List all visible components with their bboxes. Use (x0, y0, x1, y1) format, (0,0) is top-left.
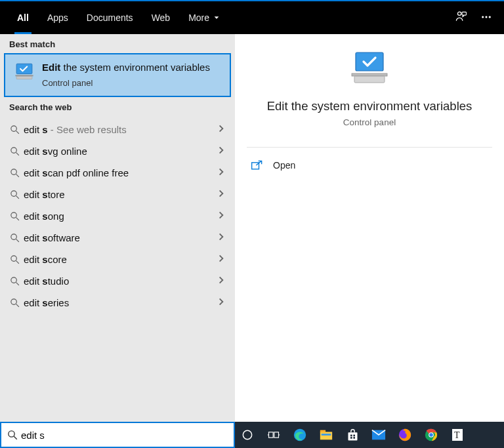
edge-icon[interactable] (293, 428, 307, 442)
chevron-right-icon (217, 254, 226, 265)
text-cursor-icon[interactable]: T (450, 428, 465, 442)
chevron-right-icon (217, 189, 226, 200)
svg-rect-44 (350, 437, 352, 439)
search-icon (9, 297, 24, 308)
web-suggestion[interactable]: edit song (0, 205, 235, 227)
search-icon (9, 167, 24, 178)
chevron-right-icon (217, 124, 226, 135)
preview-pane: Edit the system environment variables Co… (235, 34, 504, 422)
svg-rect-42 (350, 434, 352, 436)
suggestion-text: edit svg online (24, 146, 217, 157)
file-explorer-icon[interactable] (319, 428, 333, 442)
svg-line-17 (16, 217, 19, 220)
chevron-right-icon (217, 167, 226, 178)
search-icon (9, 211, 24, 222)
svg-point-30 (9, 431, 14, 437)
svg-rect-27 (352, 73, 387, 76)
svg-rect-43 (353, 434, 355, 436)
svg-line-13 (16, 174, 19, 176)
firefox-icon[interactable] (398, 428, 412, 442)
svg-point-16 (11, 212, 16, 218)
svg-point-10 (11, 147, 16, 153)
chevron-right-icon (217, 275, 226, 287)
chevron-right-icon (217, 211, 226, 222)
suggestion-text: edit studio (24, 275, 217, 287)
system-properties-icon (346, 50, 392, 92)
search-icon (9, 254, 24, 265)
best-match-label: Best match (0, 34, 235, 53)
chevron-right-icon (217, 297, 226, 308)
svg-rect-34 (274, 432, 279, 438)
taskbar: T (235, 422, 504, 448)
svg-rect-7 (16, 76, 32, 79)
svg-rect-33 (269, 432, 274, 438)
chrome-icon[interactable] (424, 428, 438, 442)
svg-point-3 (486, 16, 487, 17)
svg-point-20 (11, 255, 16, 261)
web-suggestion[interactable]: edit studio (0, 270, 235, 292)
svg-line-11 (16, 152, 19, 155)
web-suggestion[interactable]: edit s - See web results (0, 119, 235, 140)
preview-title: Edit the system environment variables (267, 99, 472, 113)
feedback-icon[interactable] (455, 10, 467, 25)
svg-line-19 (16, 239, 19, 241)
suggestion-text: edit score (24, 254, 217, 265)
tab-all[interactable]: All (8, 1, 38, 34)
tab-web[interactable]: Web (142, 1, 180, 34)
search-icon (9, 146, 24, 157)
web-suggestion[interactable]: edit software (0, 227, 235, 249)
svg-point-12 (11, 169, 16, 174)
svg-point-0 (457, 12, 461, 15)
web-suggestion[interactable]: edit scan pdf online free (0, 162, 235, 184)
web-suggestion[interactable]: edit score (0, 249, 235, 270)
more-icon[interactable] (480, 11, 492, 25)
search-results-pane: Best match Edit the system environment v… (0, 34, 235, 422)
tab-documents[interactable]: Documents (77, 1, 142, 34)
svg-line-23 (16, 282, 19, 285)
task-view-icon[interactable] (266, 428, 281, 442)
best-match-result[interactable]: Edit the system environment variables Co… (4, 53, 231, 97)
mail-icon[interactable] (371, 428, 386, 442)
svg-rect-26 (356, 52, 383, 71)
svg-line-21 (16, 260, 19, 263)
svg-point-2 (482, 16, 484, 17)
suggestion-text: edit store (24, 189, 217, 200)
web-suggestion[interactable]: edit store (0, 184, 235, 205)
best-match-title: Edit the system environment variables (42, 61, 210, 74)
svg-line-9 (16, 131, 19, 133)
search-icon (9, 124, 24, 135)
preview-subtitle: Control panel (343, 117, 396, 127)
web-suggestion[interactable]: edit series (0, 292, 235, 314)
svg-point-18 (11, 234, 16, 239)
svg-rect-6 (15, 75, 33, 76)
store-icon[interactable] (345, 428, 360, 442)
svg-point-50 (429, 433, 433, 437)
best-match-subtitle: Control panel (42, 78, 210, 88)
action-open[interactable]: Open (235, 148, 504, 183)
open-icon (251, 159, 264, 171)
cortana-circle-icon[interactable] (240, 428, 255, 442)
suggestion-text: edit song (24, 211, 217, 222)
svg-line-25 (16, 304, 19, 306)
web-suggestion[interactable]: edit svg online (0, 140, 235, 162)
system-properties-icon (13, 61, 35, 83)
search-input[interactable] (21, 423, 228, 447)
svg-line-31 (14, 436, 17, 439)
search-box[interactable] (0, 422, 235, 448)
svg-point-22 (11, 277, 16, 283)
svg-rect-40 (322, 434, 331, 436)
svg-rect-41 (348, 432, 357, 440)
tab-apps[interactable]: Apps (38, 1, 77, 34)
svg-text:T: T (454, 430, 460, 440)
svg-rect-39 (320, 430, 326, 433)
suggestion-text: edit s - See web results (24, 124, 217, 135)
svg-rect-45 (353, 437, 355, 439)
svg-rect-38 (320, 432, 332, 439)
chevron-down-icon (213, 12, 220, 23)
svg-point-32 (243, 430, 251, 439)
svg-point-8 (11, 125, 16, 131)
search-icon (7, 429, 21, 441)
tab-more[interactable]: More (179, 1, 229, 34)
action-label: Open (273, 160, 295, 171)
chevron-right-icon (217, 232, 226, 243)
